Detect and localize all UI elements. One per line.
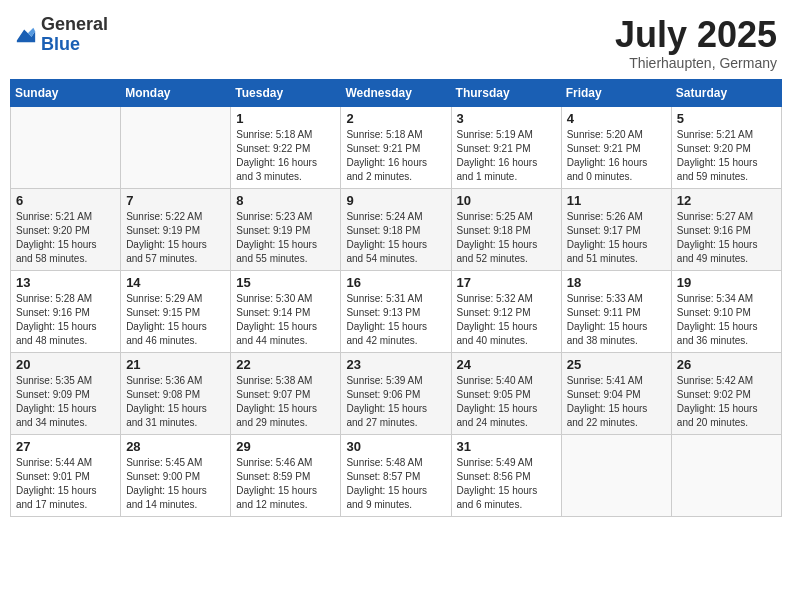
day-number: 6 [16,193,115,208]
day-number: 17 [457,275,556,290]
day-info: Sunrise: 5:24 AM Sunset: 9:18 PM Dayligh… [346,210,445,266]
logo-text: General Blue [41,15,108,55]
day-number: 2 [346,111,445,126]
day-number: 14 [126,275,225,290]
calendar-cell: 22Sunrise: 5:38 AM Sunset: 9:07 PM Dayli… [231,352,341,434]
day-info: Sunrise: 5:33 AM Sunset: 9:11 PM Dayligh… [567,292,666,348]
calendar-cell: 13Sunrise: 5:28 AM Sunset: 9:16 PM Dayli… [11,270,121,352]
day-number: 24 [457,357,556,372]
day-number: 19 [677,275,776,290]
weekday-header-row: SundayMondayTuesdayWednesdayThursdayFrid… [11,79,782,106]
day-info: Sunrise: 5:46 AM Sunset: 8:59 PM Dayligh… [236,456,335,512]
day-info: Sunrise: 5:18 AM Sunset: 9:21 PM Dayligh… [346,128,445,184]
calendar-cell: 6Sunrise: 5:21 AM Sunset: 9:20 PM Daylig… [11,188,121,270]
day-number: 7 [126,193,225,208]
day-info: Sunrise: 5:32 AM Sunset: 9:12 PM Dayligh… [457,292,556,348]
calendar-cell: 14Sunrise: 5:29 AM Sunset: 9:15 PM Dayli… [121,270,231,352]
day-number: 10 [457,193,556,208]
day-number: 29 [236,439,335,454]
calendar-cell: 15Sunrise: 5:30 AM Sunset: 9:14 PM Dayli… [231,270,341,352]
day-number: 25 [567,357,666,372]
day-number: 22 [236,357,335,372]
day-number: 12 [677,193,776,208]
day-number: 5 [677,111,776,126]
day-number: 8 [236,193,335,208]
month-year: July 2025 [615,15,777,55]
calendar-cell: 23Sunrise: 5:39 AM Sunset: 9:06 PM Dayli… [341,352,451,434]
day-info: Sunrise: 5:21 AM Sunset: 9:20 PM Dayligh… [677,128,776,184]
calendar-week-row: 1Sunrise: 5:18 AM Sunset: 9:22 PM Daylig… [11,106,782,188]
weekday-header-saturday: Saturday [671,79,781,106]
day-info: Sunrise: 5:22 AM Sunset: 9:19 PM Dayligh… [126,210,225,266]
day-number: 21 [126,357,225,372]
logo-blue: Blue [41,35,108,55]
day-info: Sunrise: 5:31 AM Sunset: 9:13 PM Dayligh… [346,292,445,348]
day-number: 28 [126,439,225,454]
calendar-cell: 16Sunrise: 5:31 AM Sunset: 9:13 PM Dayli… [341,270,451,352]
day-info: Sunrise: 5:34 AM Sunset: 9:10 PM Dayligh… [677,292,776,348]
day-number: 9 [346,193,445,208]
day-info: Sunrise: 5:36 AM Sunset: 9:08 PM Dayligh… [126,374,225,430]
day-number: 23 [346,357,445,372]
calendar-cell: 21Sunrise: 5:36 AM Sunset: 9:08 PM Dayli… [121,352,231,434]
day-info: Sunrise: 5:28 AM Sunset: 9:16 PM Dayligh… [16,292,115,348]
day-info: Sunrise: 5:35 AM Sunset: 9:09 PM Dayligh… [16,374,115,430]
day-number: 27 [16,439,115,454]
calendar-cell: 18Sunrise: 5:33 AM Sunset: 9:11 PM Dayli… [561,270,671,352]
calendar-cell: 19Sunrise: 5:34 AM Sunset: 9:10 PM Dayli… [671,270,781,352]
day-info: Sunrise: 5:29 AM Sunset: 9:15 PM Dayligh… [126,292,225,348]
logo: General Blue [15,15,108,55]
calendar-week-row: 6Sunrise: 5:21 AM Sunset: 9:20 PM Daylig… [11,188,782,270]
day-number: 13 [16,275,115,290]
day-info: Sunrise: 5:27 AM Sunset: 9:16 PM Dayligh… [677,210,776,266]
day-info: Sunrise: 5:45 AM Sunset: 9:00 PM Dayligh… [126,456,225,512]
calendar-cell: 30Sunrise: 5:48 AM Sunset: 8:57 PM Dayli… [341,434,451,516]
day-number: 20 [16,357,115,372]
calendar-cell: 29Sunrise: 5:46 AM Sunset: 8:59 PM Dayli… [231,434,341,516]
day-info: Sunrise: 5:40 AM Sunset: 9:05 PM Dayligh… [457,374,556,430]
day-info: Sunrise: 5:38 AM Sunset: 9:07 PM Dayligh… [236,374,335,430]
day-number: 3 [457,111,556,126]
calendar-cell [11,106,121,188]
calendar-cell: 5Sunrise: 5:21 AM Sunset: 9:20 PM Daylig… [671,106,781,188]
weekday-header-friday: Friday [561,79,671,106]
day-info: Sunrise: 5:18 AM Sunset: 9:22 PM Dayligh… [236,128,335,184]
logo-icon [15,24,37,46]
day-number: 31 [457,439,556,454]
day-number: 15 [236,275,335,290]
day-info: Sunrise: 5:26 AM Sunset: 9:17 PM Dayligh… [567,210,666,266]
calendar-cell: 20Sunrise: 5:35 AM Sunset: 9:09 PM Dayli… [11,352,121,434]
day-number: 4 [567,111,666,126]
calendar-cell: 3Sunrise: 5:19 AM Sunset: 9:21 PM Daylig… [451,106,561,188]
calendar-cell: 31Sunrise: 5:49 AM Sunset: 8:56 PM Dayli… [451,434,561,516]
calendar-cell: 9Sunrise: 5:24 AM Sunset: 9:18 PM Daylig… [341,188,451,270]
day-info: Sunrise: 5:41 AM Sunset: 9:04 PM Dayligh… [567,374,666,430]
day-info: Sunrise: 5:49 AM Sunset: 8:56 PM Dayligh… [457,456,556,512]
day-info: Sunrise: 5:21 AM Sunset: 9:20 PM Dayligh… [16,210,115,266]
weekday-header-thursday: Thursday [451,79,561,106]
calendar-cell [671,434,781,516]
day-number: 26 [677,357,776,372]
day-info: Sunrise: 5:25 AM Sunset: 9:18 PM Dayligh… [457,210,556,266]
calendar-cell: 10Sunrise: 5:25 AM Sunset: 9:18 PM Dayli… [451,188,561,270]
calendar-cell: 11Sunrise: 5:26 AM Sunset: 9:17 PM Dayli… [561,188,671,270]
calendar-cell: 8Sunrise: 5:23 AM Sunset: 9:19 PM Daylig… [231,188,341,270]
page-header: General Blue July 2025 Thierhaupten, Ger… [10,10,782,71]
calendar-cell: 7Sunrise: 5:22 AM Sunset: 9:19 PM Daylig… [121,188,231,270]
calendar-cell: 25Sunrise: 5:41 AM Sunset: 9:04 PM Dayli… [561,352,671,434]
calendar-table: SundayMondayTuesdayWednesdayThursdayFrid… [10,79,782,517]
calendar-cell: 12Sunrise: 5:27 AM Sunset: 9:16 PM Dayli… [671,188,781,270]
calendar-cell: 17Sunrise: 5:32 AM Sunset: 9:12 PM Dayli… [451,270,561,352]
day-number: 18 [567,275,666,290]
calendar-cell: 28Sunrise: 5:45 AM Sunset: 9:00 PM Dayli… [121,434,231,516]
day-info: Sunrise: 5:44 AM Sunset: 9:01 PM Dayligh… [16,456,115,512]
logo-general: General [41,15,108,35]
weekday-header-wednesday: Wednesday [341,79,451,106]
location: Thierhaupten, Germany [615,55,777,71]
calendar-cell: 2Sunrise: 5:18 AM Sunset: 9:21 PM Daylig… [341,106,451,188]
day-number: 1 [236,111,335,126]
weekday-header-monday: Monday [121,79,231,106]
calendar-cell: 4Sunrise: 5:20 AM Sunset: 9:21 PM Daylig… [561,106,671,188]
day-info: Sunrise: 5:42 AM Sunset: 9:02 PM Dayligh… [677,374,776,430]
calendar-week-row: 20Sunrise: 5:35 AM Sunset: 9:09 PM Dayli… [11,352,782,434]
